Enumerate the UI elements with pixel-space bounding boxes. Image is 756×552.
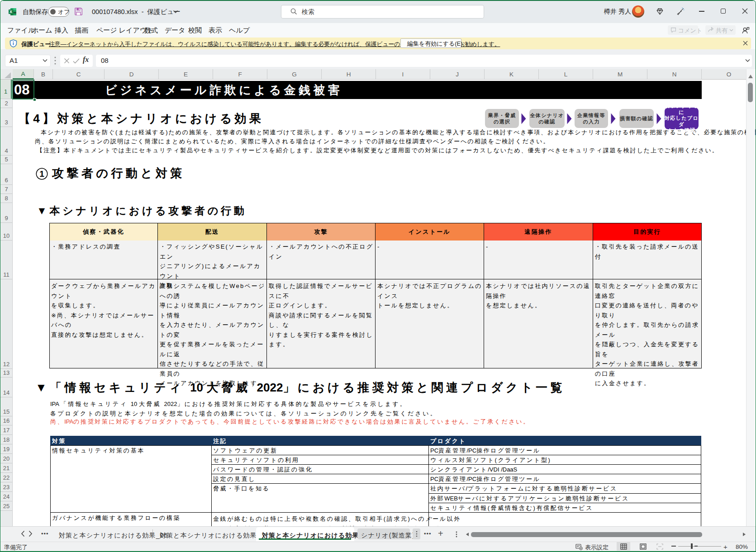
svg-text:X: X [10,9,12,14]
